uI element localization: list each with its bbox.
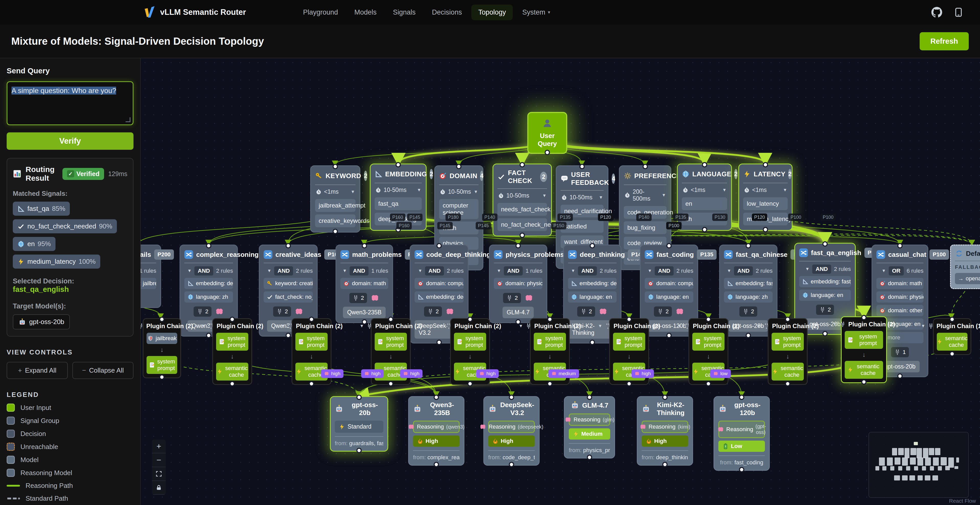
- plugin-chip-semantic-cache[interactable]: semantic cache: [937, 333, 967, 351]
- plugin-chip-system-prompt[interactable]: system prompt: [692, 333, 724, 351]
- collapse-caret[interactable]: ▼: [727, 268, 731, 273]
- plugin-chip-semantic-cache[interactable]: semantic cache: [692, 363, 724, 381]
- plugin-chain-node-5[interactable]: ▼Plugin Chain (2)system prompt↓semantic …: [450, 318, 490, 385]
- signal-node-language[interactable]: LANGUAGE2<1ms▼enzh: [677, 164, 732, 231]
- nav-item-topology[interactable]: Topology: [471, 5, 513, 20]
- minimap[interactable]: [869, 432, 969, 498]
- collapse-caret[interactable]: ▼: [805, 267, 810, 272]
- plugin-chip-semantic-cache[interactable]: semantic cache: [295, 363, 328, 381]
- plugin-chip-system-prompt[interactable]: system prompt: [772, 333, 804, 351]
- collapse-caret[interactable]: ▼: [599, 195, 603, 200]
- plugin-chain-node-8[interactable]: ▼Plugin Chain (2)system prompt↓semantic …: [689, 318, 729, 385]
- plugin-chip-system-prompt[interactable]: system prompt: [454, 333, 486, 351]
- fit-view-button[interactable]: [152, 467, 166, 481]
- plugin-chain-node-10[interactable]: ▼Plugin Chain (2)system prompt↓semantic …: [841, 316, 887, 383]
- collapse-caret[interactable]: ▼: [267, 268, 271, 273]
- plugin-chip-system-prompt[interactable]: system prompt: [295, 333, 328, 351]
- plugin-chain-node-1[interactable]: ▼Plugin Chain (2)jailbreak↓system prompt: [143, 318, 181, 378]
- collapse-caret[interactable]: ▼: [648, 268, 652, 273]
- signal-option[interactable]: deep_thinking: [375, 213, 422, 226]
- collapse-caret[interactable]: ▼: [833, 322, 837, 327]
- collapse-caret[interactable]: ▼: [360, 324, 364, 329]
- user-query-node[interactable]: User Query: [527, 112, 567, 154]
- plugin-chip-semantic-cache[interactable]: semantic cache: [216, 363, 248, 381]
- collapse-caret[interactable]: ▼: [542, 193, 547, 199]
- collapse-caret[interactable]: ▼: [351, 189, 355, 194]
- collapse-caret[interactable]: ▼: [571, 268, 575, 273]
- plugin-chain-node-6[interactable]: ▼Plugin Chain (2)system prompt↓semantic …: [530, 318, 570, 385]
- plugin-chain-node-4[interactable]: ▼Plugin Chain (2)system prompt↓semantic …: [371, 318, 411, 385]
- collapse-caret[interactable]: ▼: [187, 268, 192, 273]
- decision-node-math-problems[interactable]: math_problemsP150▼AND1 rulesdomain: math…: [336, 245, 393, 323]
- decision-node-physics-problems[interactable]: physics_problemsP145▼AND1 rulesdomain: p…: [489, 245, 547, 323]
- signal-node-fact-check[interactable]: FACT CHECK210-50ms▼needs_fact_checkno_fa…: [493, 164, 552, 237]
- collapse-caret[interactable]: ▼: [662, 193, 666, 198]
- collapse-caret[interactable]: ▼: [474, 189, 478, 194]
- plugin-chain-node-11[interactable]: ▼Plugin Chain (1)semantic cache: [933, 318, 971, 355]
- plugin-chain-node-2[interactable]: ▼Plugin Chain (2)system prompt↓semantic …: [212, 318, 252, 385]
- plugin-chip-semantic-cache[interactable]: semantic cache: [772, 363, 804, 381]
- signal-option[interactable]: needs_fact_check: [497, 203, 547, 216]
- refresh-button[interactable]: Refresh: [920, 32, 969, 50]
- plugin-chip-jailbreak[interactable]: jailbreak: [146, 333, 177, 344]
- signal-option[interactable]: computer science: [439, 199, 479, 219]
- plugin-chip-semantic-cache[interactable]: semantic cache: [613, 363, 645, 381]
- plugin-chip-system-prompt[interactable]: system prompt: [216, 333, 248, 351]
- plugin-chip-system-prompt[interactable]: system prompt: [375, 333, 407, 351]
- model-node-gpt-oss-20b[interactable]: gpt-oss-20bStandardfrom: guardrails, fas…: [330, 396, 388, 452]
- signal-option[interactable]: en: [682, 197, 727, 210]
- zoom-out-button[interactable]: −: [152, 453, 166, 467]
- signal-option[interactable]: low_latency: [743, 197, 788, 210]
- plugin-chain-node-3[interactable]: ▼Plugin Chain (2)system prompt↓semantic …: [291, 318, 331, 385]
- model-node-kimi-k2-thinking[interactable]: Kimi-K2-ThinkingReasoning(kimi)Highfrom:…: [637, 396, 693, 466]
- signal-option[interactable]: need_clarification: [561, 205, 603, 218]
- model-node-glm-4.7[interactable]: GLM-4.7Reasoning(glm)Mediumfrom: physics…: [564, 396, 615, 459]
- signal-node-latency[interactable]: LATENCY2<1ms▼low_latencymedium_latency: [738, 164, 792, 231]
- nav-item-playground[interactable]: Playground: [296, 5, 345, 20]
- collapse-caret[interactable]: ▼: [881, 268, 886, 273]
- plugin-chip-system-prompt[interactable]: system prompt: [534, 333, 566, 351]
- model-node-gpt-oss-120b[interactable]: gpt-oss-120bReasoning(gpt-oss)Lowfrom: f…: [714, 396, 770, 471]
- github-icon[interactable]: [931, 7, 942, 17]
- zoom-in-button[interactable]: +: [152, 440, 166, 453]
- collapse-all-button[interactable]: −Collapse All: [72, 362, 134, 379]
- plugin-chip-system-prompt[interactable]: system prompt: [845, 331, 883, 349]
- plugin-chain-node-7[interactable]: ▼Plugin Chain (2)system prompt↓semantic …: [609, 318, 649, 385]
- signal-option[interactable]: satisfied: [561, 220, 603, 233]
- collapse-caret[interactable]: ▼: [783, 187, 787, 193]
- nav-item-models[interactable]: Models: [348, 5, 383, 20]
- plugin-chip-semantic-cache[interactable]: semantic cache: [845, 361, 883, 379]
- signal-option[interactable]: code_generation: [624, 206, 667, 219]
- collapse-caret[interactable]: ▼: [418, 268, 422, 273]
- verify-button[interactable]: Verify: [6, 132, 134, 150]
- signal-option[interactable]: medium_latency: [743, 213, 788, 226]
- lock-button[interactable]: [152, 481, 166, 495]
- plugin-chip-semantic-cache[interactable]: semantic cache: [534, 363, 566, 381]
- collapse-caret[interactable]: ▼: [201, 324, 205, 329]
- plugin-chain-node-9[interactable]: ▼Plugin Chain (2)system prompt↓semantic …: [768, 318, 808, 385]
- decision-node-guardrails[interactable]: guardrailsP200▼AND1 ruleskeyword: jailbr…: [141, 245, 161, 308]
- collapse-caret[interactable]: ▼: [677, 324, 682, 329]
- signal-option[interactable]: creative_keywords: [315, 214, 355, 227]
- topology-canvas[interactable]: User QueryKEYWORD2<1ms▼jailbreak_attempt…: [141, 58, 980, 505]
- signal-option[interactable]: bug_fixing: [624, 221, 667, 234]
- plugin-chip-semantic-cache[interactable]: semantic cache: [375, 363, 407, 381]
- collapse-caret[interactable]: ▼: [417, 187, 421, 193]
- nav-item-signals[interactable]: Signals: [386, 5, 423, 20]
- signal-node-embedding[interactable]: EMBEDDING210-50ms▼fast_qadeep_thinking: [370, 164, 426, 231]
- plugin-chip-semantic-cache[interactable]: semantic cache: [454, 363, 486, 381]
- nav-item-system[interactable]: System▾: [515, 5, 557, 20]
- model-node-deepseek-v3.2[interactable]: DeepSeek-V3.2Reasoning(deepseek)Highfrom…: [484, 396, 539, 466]
- signal-option[interactable]: fast_qa: [375, 197, 422, 210]
- signal-option[interactable]: no_fact_check_needed: [497, 218, 547, 231]
- device-frame-icon[interactable]: [953, 6, 964, 18]
- signal-node-keyword[interactable]: KEYWORD2<1ms▼jailbreak_attemptcreative_k…: [310, 165, 360, 233]
- collapse-caret[interactable]: ▼: [921, 324, 925, 329]
- collapse-caret[interactable]: ▼: [280, 324, 285, 329]
- collapse-caret[interactable]: ▼: [342, 268, 347, 273]
- collapse-caret[interactable]: ▼: [496, 268, 501, 273]
- expand-all-button[interactable]: +Expand All: [6, 362, 68, 379]
- query-input[interactable]: A simple question: Who are you?: [6, 81, 134, 125]
- collapse-caret[interactable]: ▼: [598, 324, 602, 329]
- collapse-caret[interactable]: ▼: [519, 324, 523, 329]
